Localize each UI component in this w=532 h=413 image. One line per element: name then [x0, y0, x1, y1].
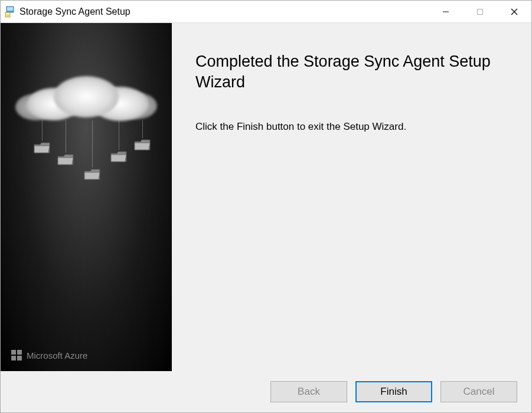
- svg-rect-3: [6, 13, 9, 14]
- wizard-body-text: Click the Finish button to exit the Setu…: [195, 121, 508, 133]
- cancel-button: Cancel: [440, 381, 517, 402]
- setup-wizard-window: Storage Sync Agent Setup: [0, 0, 532, 413]
- svg-rect-11: [17, 356, 22, 360]
- installer-icon: [4, 6, 16, 18]
- svg-rect-10: [11, 356, 16, 360]
- svg-rect-5: [478, 9, 483, 14]
- wizard-button-bar: Back Finish Cancel: [1, 371, 531, 412]
- wizard-main-panel: Completed the Storage Sync Agent Setup W…: [172, 23, 531, 371]
- finish-button[interactable]: Finish: [355, 381, 432, 402]
- wizard-banner-image: Microsoft Azure: [1, 23, 172, 371]
- cloud-icon: [15, 70, 157, 123]
- svg-rect-8: [11, 350, 16, 355]
- brand-label: Microsoft Azure: [27, 350, 87, 360]
- windows-logo-icon: [11, 350, 22, 360]
- close-button[interactable]: [497, 1, 531, 22]
- svg-rect-9: [17, 350, 22, 355]
- folder-icon: [83, 120, 101, 181]
- minimize-button[interactable]: [429, 1, 463, 22]
- back-button: Back: [270, 381, 347, 402]
- folder-icon: [33, 120, 51, 154]
- wizard-heading: Completed the Storage Sync Agent Setup W…: [195, 51, 508, 93]
- svg-rect-1: [7, 7, 13, 11]
- folder-icon: [57, 120, 74, 166]
- window-title: Storage Sync Agent Setup: [19, 6, 429, 17]
- titlebar: Storage Sync Agent Setup: [1, 1, 531, 23]
- folder-icon: [133, 120, 151, 151]
- azure-brand: Microsoft Azure: [11, 350, 87, 360]
- folder-icon: [110, 120, 128, 163]
- wizard-content: Microsoft Azure Completed the Storage Sy…: [1, 23, 531, 371]
- window-controls: [429, 1, 531, 22]
- maximize-button: [463, 1, 497, 22]
